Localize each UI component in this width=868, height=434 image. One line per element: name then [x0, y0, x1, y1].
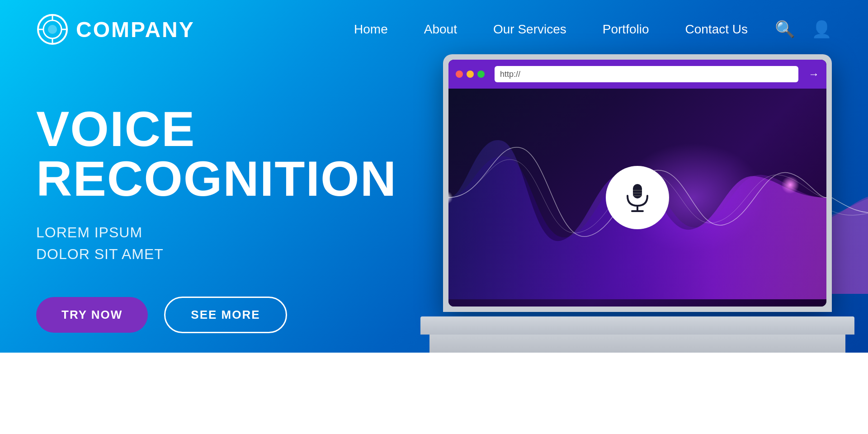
see-more-button[interactable]: SEE MORE — [164, 297, 287, 333]
navbar: COMPANY Home About Our Services Portfoli… — [0, 0, 868, 59]
svg-point-2 — [48, 25, 57, 34]
browser-url-bar[interactable]: http:// — [495, 66, 798, 82]
glow-right — [781, 176, 799, 194]
hero-text: VOICE RECOGNITION LOREM IPSUM DOLOR SIT … — [36, 77, 298, 333]
browser-arrow-icon: → — [808, 68, 819, 80]
logo-icon — [36, 13, 69, 46]
microphone-icon — [619, 179, 656, 216]
hero-subtitle-line1: LOREM IPSUM — [36, 224, 142, 241]
hero-buttons: TRY NOW SEE MORE — [36, 297, 298, 333]
bottom-section — [0, 353, 868, 434]
screen-content — [448, 89, 826, 307]
laptop-wrapper: http:// → — [420, 54, 850, 353]
try-now-button[interactable]: TRY NOW — [36, 297, 148, 333]
laptop-bottom — [429, 335, 845, 353]
dot-red — [456, 71, 463, 78]
page-wrapper: COMPANY Home About Our Services Portfoli… — [0, 0, 868, 434]
dot-green — [477, 71, 485, 78]
laptop-illustration: http:// → — [393, 45, 868, 353]
nav-links: Home About Our Services Portfolio Contac… — [354, 22, 748, 37]
laptop-screen-inner: http:// → — [448, 60, 826, 307]
hero-title: VOICE RECOGNITION — [36, 104, 298, 203]
url-text: http:// — [500, 70, 520, 79]
hero-subtitle: LOREM IPSUM DOLOR SIT AMET — [36, 222, 298, 265]
dot-yellow — [467, 71, 474, 78]
browser-dots — [456, 71, 485, 78]
nav-portfolio[interactable]: Portfolio — [603, 22, 649, 37]
logo-area: COMPANY — [36, 13, 195, 46]
laptop-screen-outer: http:// → — [443, 54, 832, 312]
hero-title-line1: VOICE — [36, 101, 195, 156]
hero-content: VOICE RECOGNITION LOREM IPSUM DOLOR SIT … — [0, 59, 868, 353]
hero-title-line2: RECOGNITION — [36, 151, 397, 206]
nav-icons: 🔍 👤 — [775, 20, 832, 39]
nav-about[interactable]: About — [424, 22, 457, 37]
search-icon[interactable]: 🔍 — [775, 20, 795, 39]
logo-text: COMPANY — [76, 17, 195, 42]
microphone-circle[interactable] — [606, 166, 669, 229]
laptop-base — [420, 316, 854, 335]
nav-contact[interactable]: Contact Us — [685, 22, 748, 37]
user-icon[interactable]: 👤 — [811, 20, 832, 39]
nav-services[interactable]: Our Services — [493, 22, 566, 37]
browser-bar: http:// → — [448, 60, 826, 89]
hero-section: COMPANY Home About Our Services Portfoli… — [0, 0, 868, 353]
svg-rect-10 — [633, 184, 642, 198]
nav-home[interactable]: Home — [354, 22, 388, 37]
hero-subtitle-line2: DOLOR SIT AMET — [36, 246, 164, 262]
